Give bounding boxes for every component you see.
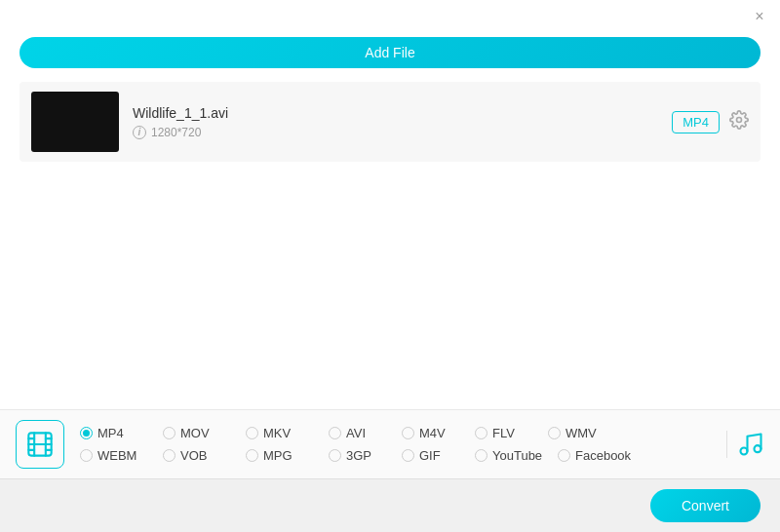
format-option-wmv[interactable]: WMV <box>548 426 621 440</box>
format-option-avi[interactable]: AVI <box>329 426 402 440</box>
format-option-webm[interactable]: WEBM <box>80 448 163 463</box>
audio-format-button[interactable] <box>726 431 764 458</box>
svg-point-10 <box>755 445 761 452</box>
format-bar: MP4 MOV MKV AVI M4V FLV <box>0 409 780 478</box>
info-icon: i <box>133 126 146 139</box>
add-file-button[interactable]: Add File <box>20 37 760 68</box>
format-option-youtube[interactable]: YouTube <box>475 448 558 463</box>
format-label-vob: VOB <box>180 448 207 463</box>
main-area: Add File Wildlife_1_1.avi i 1280*720 MP4 <box>0 29 780 409</box>
format-badge[interactable]: MP4 <box>672 111 720 133</box>
footer: Convert <box>0 478 780 532</box>
format-label-wmv: WMV <box>566 426 597 440</box>
content-spacer <box>20 162 760 409</box>
video-format-icon[interactable] <box>16 420 64 469</box>
radio-youtube[interactable] <box>475 449 488 462</box>
format-label-youtube: YouTube <box>492 448 542 463</box>
settings-icon[interactable] <box>729 110 749 134</box>
file-thumbnail <box>31 92 119 152</box>
format-option-gif[interactable]: GIF <box>402 448 475 463</box>
radio-facebook[interactable] <box>558 449 570 462</box>
film-icon <box>26 431 54 458</box>
format-row-1: MP4 MOV MKV AVI M4V FLV <box>80 426 719 440</box>
format-option-m4v[interactable]: M4V <box>402 426 475 440</box>
format-label-3gp: 3GP <box>346 448 371 463</box>
format-label-facebook: Facebook <box>575 448 631 463</box>
format-label-webm: WEBM <box>98 448 136 463</box>
radio-mpg[interactable] <box>246 449 258 462</box>
format-option-mkv[interactable]: MKV <box>246 426 329 440</box>
svg-point-9 <box>741 448 748 455</box>
radio-mp4[interactable] <box>80 427 93 439</box>
format-label-mpg: MPG <box>263 448 292 463</box>
radio-vob[interactable] <box>163 449 176 462</box>
format-option-vob[interactable]: VOB <box>163 448 246 463</box>
radio-m4v[interactable] <box>402 427 414 439</box>
music-icon <box>737 431 764 458</box>
radio-avi[interactable] <box>329 427 341 439</box>
close-button[interactable]: × <box>751 8 768 25</box>
file-actions: MP4 <box>672 110 749 134</box>
file-meta: i 1280*720 <box>133 126 658 139</box>
svg-point-0 <box>737 117 742 122</box>
format-option-facebook[interactable]: Facebook <box>558 448 641 463</box>
format-options-container: MP4 MOV MKV AVI M4V FLV <box>80 426 719 463</box>
format-row-2: WEBM VOB MPG 3GP GIF YouTube <box>80 448 719 463</box>
radio-webm[interactable] <box>80 449 93 462</box>
format-option-3gp[interactable]: 3GP <box>329 448 402 463</box>
radio-wmv[interactable] <box>548 427 561 439</box>
format-label-mov: MOV <box>180 426 210 440</box>
radio-mov[interactable] <box>163 427 176 439</box>
file-row: Wildlife_1_1.avi i 1280*720 MP4 <box>20 82 760 162</box>
format-label-mkv: MKV <box>263 426 291 440</box>
format-option-mp4[interactable]: MP4 <box>80 426 163 440</box>
format-label-avi: AVI <box>346 426 366 440</box>
file-info: Wildlife_1_1.avi i 1280*720 <box>133 105 658 139</box>
file-name: Wildlife_1_1.avi <box>133 105 658 121</box>
title-bar: × <box>0 0 780 29</box>
format-option-flv[interactable]: FLV <box>475 426 548 440</box>
file-resolution: 1280*720 <box>151 126 201 139</box>
format-label-flv: FLV <box>492 426 515 440</box>
radio-3gp[interactable] <box>329 449 341 462</box>
format-option-mov[interactable]: MOV <box>163 426 246 440</box>
radio-flv[interactable] <box>475 427 488 439</box>
format-label-mp4: MP4 <box>98 426 124 440</box>
radio-mkv[interactable] <box>246 427 258 439</box>
radio-gif[interactable] <box>402 449 414 462</box>
format-option-mpg[interactable]: MPG <box>246 448 329 463</box>
convert-button[interactable]: Convert <box>650 489 760 522</box>
format-label-gif: GIF <box>419 448 441 463</box>
format-label-m4v: M4V <box>419 426 446 440</box>
